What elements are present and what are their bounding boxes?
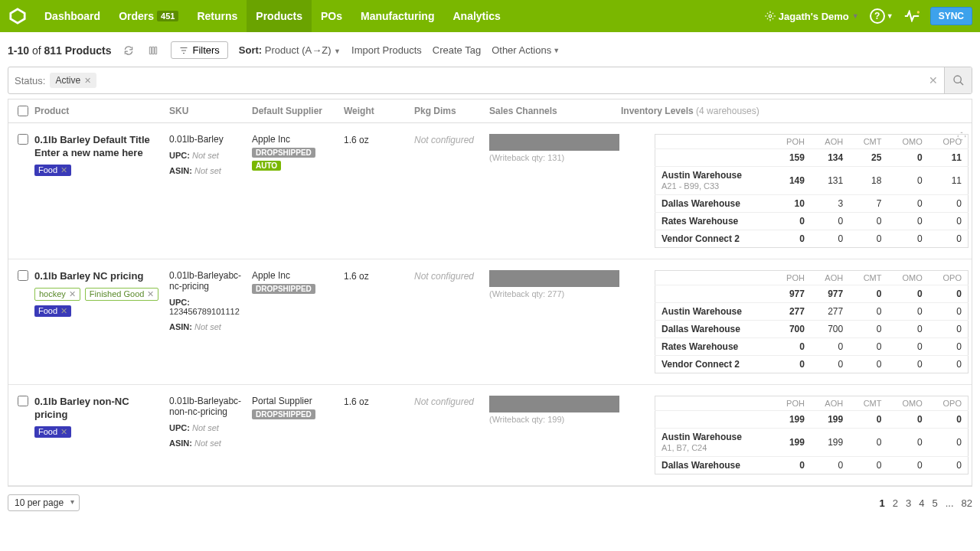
svg-point-3 — [954, 76, 961, 83]
activity-icon[interactable] — [904, 10, 920, 22]
page-5[interactable]: 5 — [932, 497, 937, 509]
search-button[interactable] — [944, 67, 972, 93]
help-icon: ? — [870, 8, 885, 24]
product-name[interactable]: 0.1lb Barley Default Title Enter a new n… — [34, 134, 165, 160]
col-supplier[interactable]: Default Supplier — [252, 106, 344, 116]
search-icon — [952, 74, 965, 86]
page-82[interactable]: 82 — [962, 497, 972, 509]
page-4[interactable]: 4 — [919, 497, 924, 509]
pkg-value: Not configured — [414, 271, 474, 282]
supplier-badge: DROPSHIPPED — [252, 284, 315, 294]
select-all-checkbox[interactable] — [18, 106, 28, 116]
clear-search-button[interactable]: ✕ — [923, 74, 944, 86]
filters-button[interactable]: Filters — [171, 41, 227, 59]
import-products-link[interactable]: Import Products — [351, 44, 422, 56]
row-checkbox[interactable] — [18, 396, 28, 406]
remove-tag-icon[interactable]: ✕ — [147, 289, 154, 299]
product-name[interactable]: 0.1lb Barley NC pricing — [34, 270, 165, 283]
supplier-badge: DROPSHIPPED — [252, 148, 315, 158]
status-filter-chip[interactable]: Active ✕ — [50, 73, 96, 88]
products-grid: Product SKU Default Supplier Weight Pkg … — [8, 99, 972, 487]
account-name: Jagath's Demo — [779, 11, 849, 22]
remove-tag-icon[interactable]: ✕ — [69, 289, 76, 299]
writeback-qty: (Writeback qty: 277) — [489, 289, 621, 298]
footer: 10 per page 12345...82 — [0, 487, 980, 519]
remove-tag-icon[interactable]: ✕ — [60, 165, 67, 175]
sales-channel-bar[interactable] — [489, 270, 619, 287]
nav-analytics[interactable]: Analytics — [443, 0, 509, 32]
nav-manufacturing[interactable]: Manufacturing — [351, 0, 443, 32]
page-...: ... — [946, 497, 954, 509]
weight-value: 1.6 oz — [344, 135, 369, 145]
product-row: 0.1lb Barley non-NC pricingFood ✕0.01lb-… — [8, 385, 972, 486]
page-2[interactable]: 2 — [893, 497, 898, 509]
writeback-qty: (Writeback qty: 199) — [489, 415, 621, 424]
upc-value: UPC: Not set — [169, 423, 252, 432]
sync-button[interactable]: SYNC — [930, 7, 972, 25]
refresh-icon[interactable] — [122, 44, 136, 57]
asin-value: ASIN: Not set — [169, 322, 252, 331]
product-tag[interactable]: Food ✕ — [34, 165, 71, 176]
results-count: 1-10 of 811 Products — [8, 44, 111, 57]
sales-channel-bar[interactable] — [489, 134, 619, 151]
row-checkbox[interactable] — [18, 134, 28, 145]
product-tag[interactable]: Food ✕ — [34, 305, 71, 317]
col-sku[interactable]: SKU — [169, 106, 252, 116]
per-page-select[interactable]: 10 per page — [8, 494, 80, 511]
nav-badge: 451 — [157, 11, 178, 21]
remove-tag-icon[interactable]: ✕ — [60, 427, 67, 437]
col-pkg[interactable]: Pkg Dims — [414, 106, 489, 116]
svg-point-1 — [769, 15, 772, 18]
col-inventory[interactable]: Inventory Levels (4 warehouses) — [621, 106, 969, 116]
weight-value: 1.6 oz — [344, 396, 369, 407]
help-menu[interactable]: ? ▼ — [870, 8, 893, 24]
upc-value: UPC: Not set — [169, 151, 252, 160]
pkg-value: Not configured — [414, 396, 474, 407]
page-1[interactable]: 1 — [880, 497, 885, 509]
pkg-value: Not configured — [414, 135, 474, 145]
nav-returns[interactable]: Returns — [188, 0, 247, 32]
asin-value: ASIN: Not set — [169, 439, 252, 448]
caret-down-icon: ▼ — [852, 12, 859, 20]
columns-icon[interactable] — [146, 44, 160, 57]
product-name[interactable]: 0.1lb Barley non-NC pricing — [34, 396, 165, 422]
col-weight[interactable]: Weight — [344, 106, 414, 116]
filter-icon — [179, 46, 188, 55]
drag-handle-icon[interactable] — [956, 131, 967, 142]
sku-value: 0.01lb-Barleyabc-nc-pricing — [169, 270, 252, 292]
supplier-badge: DROPSHIPPED — [252, 409, 315, 419]
nav-orders[interactable]: Orders451 — [109, 0, 188, 32]
writeback-qty: (Writeback qty: 131) — [489, 153, 621, 162]
col-product[interactable]: Product — [34, 106, 169, 116]
product-tag[interactable]: Finished Good ✕ — [85, 288, 159, 301]
remove-chip-icon[interactable]: ✕ — [84, 76, 91, 86]
page-3[interactable]: 3 — [906, 497, 911, 509]
remove-tag-icon[interactable]: ✕ — [60, 306, 67, 316]
nav-dashboard[interactable]: Dashboard — [35, 0, 109, 32]
inventory-table: POHAOHCMTOMOOPO199199000Austin Warehouse… — [655, 396, 969, 474]
other-actions-menu[interactable]: Other Actions ▼ — [492, 44, 560, 56]
col-sales[interactable]: Sales Channels — [489, 106, 621, 116]
sales-channel-bar[interactable] — [489, 396, 619, 412]
supplier-badge: AUTO — [252, 161, 281, 171]
create-tag-link[interactable]: Create Tag — [433, 44, 481, 56]
caret-down-icon: ▼ — [887, 12, 893, 20]
toolbar: 1-10 of 811 Products Filters Sort: Produ… — [0, 32, 980, 67]
product-row: 0.1lb Barley Default Title Enter a new n… — [8, 123, 972, 259]
nav-products[interactable]: Products — [247, 0, 312, 32]
status-filter-label: Status: — [15, 75, 45, 86]
pagination: 12345...82 — [880, 497, 972, 509]
sku-value: 0.01lb-Barleyabc-non-nc-pricing — [169, 396, 252, 417]
inventory-table: POHAOHCMTOMOOPO977977000Austin Warehouse… — [655, 270, 969, 373]
product-tag[interactable]: hockey ✕ — [34, 288, 80, 301]
row-checkbox[interactable] — [18, 270, 28, 281]
svg-point-2 — [916, 11, 919, 13]
account-switcher[interactable]: Jagath's Demo ▼ — [765, 11, 859, 22]
logo[interactable] — [8, 6, 28, 26]
sort-control[interactable]: Sort: Product (A→Z) ▼ — [239, 44, 341, 56]
product-tag[interactable]: Food ✕ — [34, 426, 71, 438]
svg-marker-0 — [11, 9, 24, 23]
caret-down-icon: ▼ — [553, 47, 560, 54]
nav-pos[interactable]: POs — [312, 0, 351, 32]
supplier-name: Portal Supplier — [252, 396, 344, 406]
